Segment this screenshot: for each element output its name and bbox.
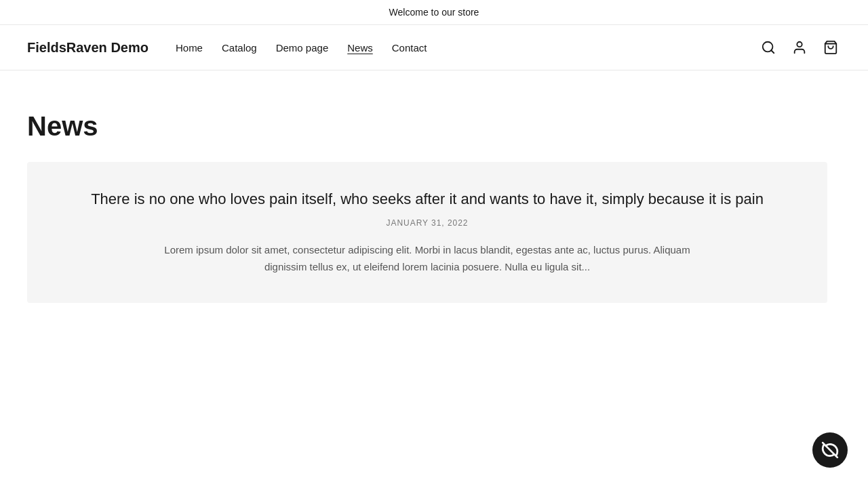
accessibility-icon bbox=[821, 441, 839, 459]
svg-point-2 bbox=[797, 42, 802, 47]
announcement-bar: Welcome to our store bbox=[0, 0, 868, 25]
header: FieldsRaven Demo Home Catalog Demo page … bbox=[0, 25, 868, 70]
nav-news[interactable]: News bbox=[347, 42, 373, 54]
nav: Home Catalog Demo page News Contact bbox=[176, 42, 427, 54]
svg-line-1 bbox=[771, 50, 774, 53]
header-left: FieldsRaven Demo Home Catalog Demo page … bbox=[27, 40, 427, 56]
search-button[interactable] bbox=[758, 37, 778, 58]
user-icon bbox=[792, 40, 807, 55]
accessibility-button[interactable] bbox=[812, 432, 848, 468]
page-title: News bbox=[27, 111, 841, 142]
cart-icon bbox=[823, 40, 838, 55]
cart-button[interactable] bbox=[821, 37, 841, 58]
search-icon bbox=[761, 40, 776, 55]
header-icons bbox=[758, 37, 841, 58]
logo[interactable]: FieldsRaven Demo bbox=[27, 40, 149, 56]
article-excerpt: Lorem ipsum dolor sit amet, consectetur … bbox=[156, 241, 698, 276]
nav-catalog[interactable]: Catalog bbox=[222, 42, 257, 54]
article-title[interactable]: There is no one who loves pain itself, w… bbox=[81, 189, 773, 210]
announcement-text: Welcome to our store bbox=[389, 7, 479, 18]
article-date: JANUARY 31, 2022 bbox=[81, 218, 773, 228]
account-button[interactable] bbox=[789, 37, 810, 58]
main-content: News There is no one who loves pain itse… bbox=[0, 70, 868, 330]
nav-contact[interactable]: Contact bbox=[392, 42, 427, 54]
nav-demo-page[interactable]: Demo page bbox=[276, 42, 329, 54]
article-card: There is no one who loves pain itself, w… bbox=[27, 162, 827, 303]
nav-home[interactable]: Home bbox=[176, 42, 203, 54]
